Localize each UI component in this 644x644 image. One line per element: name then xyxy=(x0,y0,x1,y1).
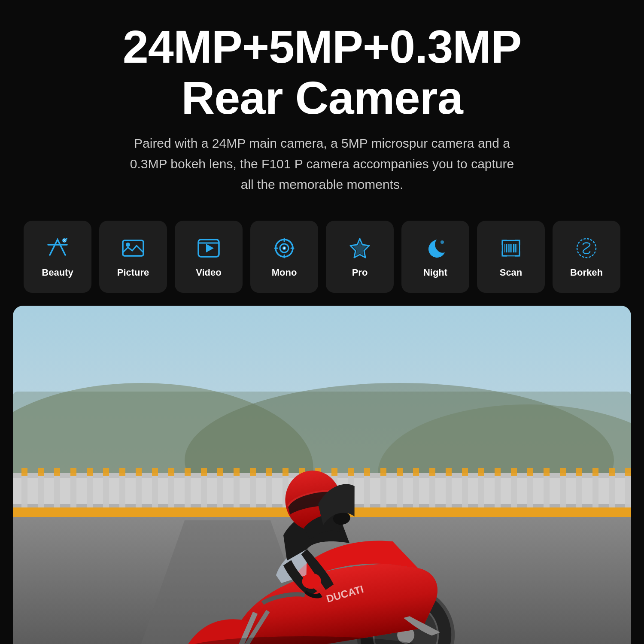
mode-night[interactable]: Night xyxy=(401,221,469,293)
mode-mono[interactable]: Mono xyxy=(250,221,318,293)
title-line2: Rear Camera xyxy=(181,72,462,124)
svg-rect-109 xyxy=(625,468,631,476)
svg-rect-83 xyxy=(413,468,419,476)
svg-rect-95 xyxy=(511,468,517,476)
svg-point-3 xyxy=(126,243,130,247)
photo-container: DUCATI xyxy=(13,306,631,644)
svg-rect-107 xyxy=(609,468,615,476)
title-line1: 24MP+5MP+0.3MP xyxy=(123,21,521,73)
modes-section: Beauty Picture Video xyxy=(6,221,638,293)
scan-label: Scan xyxy=(500,267,522,278)
svg-point-1 xyxy=(66,238,67,240)
svg-rect-79 xyxy=(380,468,386,476)
svg-rect-67 xyxy=(283,468,289,476)
subtitle-text: Paired with a 24MP main camera, a 5MP mi… xyxy=(129,133,515,195)
svg-rect-99 xyxy=(544,468,550,476)
svg-rect-105 xyxy=(592,468,598,476)
pro-icon xyxy=(347,235,373,261)
svg-rect-39 xyxy=(54,468,60,476)
mode-video[interactable]: Video xyxy=(175,221,243,293)
video-label: Video xyxy=(196,267,222,278)
mode-borkeh[interactable]: Borkeh xyxy=(553,221,620,293)
mode-beauty[interactable]: Beauty xyxy=(24,221,91,293)
beauty-label: Beauty xyxy=(42,267,73,278)
svg-rect-61 xyxy=(234,468,240,476)
svg-rect-77 xyxy=(364,468,370,476)
svg-rect-49 xyxy=(136,468,142,476)
svg-rect-41 xyxy=(70,468,76,476)
svg-rect-75 xyxy=(348,468,354,476)
mono-label: Mono xyxy=(272,267,297,278)
picture-icon xyxy=(120,235,146,261)
svg-rect-59 xyxy=(217,468,223,476)
svg-rect-81 xyxy=(397,468,403,476)
svg-rect-87 xyxy=(446,468,452,476)
svg-rect-53 xyxy=(168,468,174,476)
photo-section: DUCATI xyxy=(0,306,644,644)
svg-rect-89 xyxy=(462,468,468,476)
svg-point-15 xyxy=(440,240,444,244)
beauty-icon xyxy=(45,235,70,261)
svg-rect-103 xyxy=(576,468,582,476)
svg-rect-47 xyxy=(119,468,125,476)
svg-rect-97 xyxy=(527,468,533,476)
mode-picture[interactable]: Picture xyxy=(99,221,167,293)
borkeh-label: Borkeh xyxy=(570,267,603,278)
picture-label: Picture xyxy=(117,267,149,278)
svg-rect-85 xyxy=(429,468,435,476)
night-icon xyxy=(422,235,448,261)
svg-rect-93 xyxy=(495,468,501,476)
pro-label: Pro xyxy=(352,267,368,278)
night-label: Night xyxy=(423,267,447,278)
header-section: 24MP+5MP+0.3MP Rear Camera Paired with a… xyxy=(0,0,644,204)
svg-rect-51 xyxy=(152,468,158,476)
svg-rect-101 xyxy=(560,468,566,476)
main-title: 24MP+5MP+0.3MP Rear Camera xyxy=(26,21,618,124)
scan-icon xyxy=(498,235,524,261)
svg-rect-63 xyxy=(250,468,256,476)
svg-rect-55 xyxy=(185,468,191,476)
video-icon xyxy=(196,235,222,261)
borkeh-icon xyxy=(574,235,599,261)
mode-pro[interactable]: Pro xyxy=(326,221,394,293)
svg-rect-43 xyxy=(87,468,93,476)
svg-rect-2 xyxy=(123,240,143,256)
mono-icon xyxy=(271,235,297,261)
svg-rect-65 xyxy=(266,468,272,476)
svg-rect-37 xyxy=(38,468,44,476)
svg-rect-91 xyxy=(478,468,484,476)
mode-scan[interactable]: Scan xyxy=(477,221,545,293)
svg-marker-5 xyxy=(206,244,214,252)
svg-rect-73 xyxy=(331,468,337,476)
svg-rect-30 xyxy=(13,392,631,477)
svg-point-10 xyxy=(283,247,285,249)
svg-rect-35 xyxy=(21,468,27,476)
svg-rect-57 xyxy=(201,468,207,476)
svg-rect-45 xyxy=(103,468,109,476)
